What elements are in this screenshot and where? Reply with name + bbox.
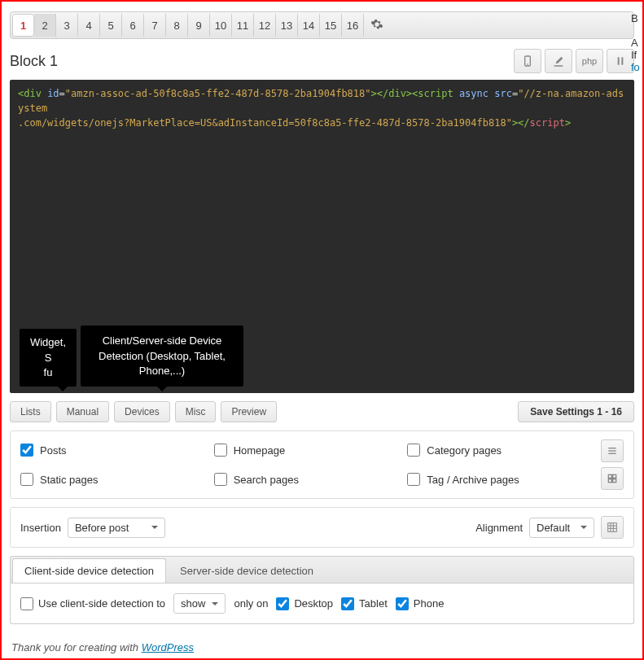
save-settings-button[interactable]: Save Settings 1 - 16 bbox=[518, 401, 634, 422]
block-tab-12[interactable]: 12 bbox=[254, 14, 276, 37]
use-client-detection-checkbox[interactable]: Use client-side detection to bbox=[20, 597, 165, 610]
block-tab-4[interactable]: 4 bbox=[78, 14, 100, 37]
block-tab-13[interactable]: 13 bbox=[276, 14, 298, 37]
insertion-select[interactable]: Before post bbox=[68, 518, 165, 538]
tools-button[interactable] bbox=[545, 49, 572, 73]
preview-button[interactable]: Preview bbox=[221, 401, 277, 422]
block-tab-5[interactable]: 5 bbox=[100, 14, 122, 37]
only-on-label: only on bbox=[234, 597, 268, 610]
block-tab-7[interactable]: 7 bbox=[144, 14, 166, 37]
alignment-preview-icon[interactable] bbox=[601, 516, 624, 539]
misc-button[interactable]: Misc bbox=[175, 401, 217, 422]
server-detection-tab[interactable]: Server-side device detection bbox=[168, 558, 326, 583]
detection-tabs: Client-side device detection Server-side… bbox=[10, 556, 634, 584]
static-pages-checkbox[interactable]: Static pages bbox=[20, 473, 198, 486]
block-tab-2[interactable]: 2 bbox=[34, 14, 56, 37]
settings-gear-icon[interactable] bbox=[364, 18, 390, 33]
wordpress-link[interactable]: WordPress bbox=[142, 641, 194, 653]
svg-rect-11 bbox=[608, 523, 617, 532]
insertion-label: Insertion bbox=[20, 522, 61, 534]
block-tab-9[interactable]: 9 bbox=[188, 14, 210, 37]
alignment-select[interactable]: Default bbox=[529, 518, 594, 538]
svg-rect-2 bbox=[618, 57, 620, 64]
devices-tooltip: Client/Server-side Device Detection (Des… bbox=[81, 326, 243, 387]
block-title: Block 1 bbox=[10, 53, 58, 70]
desktop-checkbox[interactable]: Desktop bbox=[276, 597, 333, 610]
svg-rect-8 bbox=[613, 474, 616, 478]
manual-tooltip: Widget, Sfu bbox=[20, 329, 77, 387]
footer-credit: Thank you for creating with WordPress bbox=[11, 641, 194, 653]
svg-rect-10 bbox=[613, 479, 616, 483]
grid-view-icon[interactable] bbox=[601, 467, 624, 490]
block-tab-3[interactable]: 3 bbox=[56, 14, 78, 37]
cutoff-side-text: B A If fo bbox=[628, 12, 644, 73]
block-tab-11[interactable]: 11 bbox=[232, 14, 254, 37]
tablet-checkbox[interactable]: Tablet bbox=[341, 597, 388, 610]
client-detection-tab[interactable]: Client-side device detection bbox=[12, 558, 166, 583]
php-button[interactable]: php bbox=[576, 49, 603, 73]
search-pages-checkbox[interactable]: Search pages bbox=[214, 473, 392, 486]
phone-checkbox[interactable]: Phone bbox=[396, 597, 445, 610]
devices-button[interactable]: Devices bbox=[114, 401, 170, 422]
detection-action-select[interactable]: show bbox=[173, 593, 226, 614]
tag-archive-checkbox[interactable]: Tag / Archive pages bbox=[407, 473, 585, 486]
device-preview-button[interactable] bbox=[514, 49, 541, 73]
block-tab-6[interactable]: 6 bbox=[122, 14, 144, 37]
svg-rect-3 bbox=[621, 57, 623, 64]
block-tab-14[interactable]: 14 bbox=[298, 14, 320, 37]
block-tabs: 1 2 3 4 5 6 7 8 9 10 11 12 13 14 15 16 bbox=[10, 11, 634, 39]
svg-rect-9 bbox=[608, 479, 611, 483]
lists-button[interactable]: Lists bbox=[10, 401, 51, 422]
block-tab-1[interactable]: 1 bbox=[12, 14, 34, 37]
posts-checkbox[interactable]: Posts bbox=[20, 444, 198, 457]
block-tab-8[interactable]: 8 bbox=[166, 14, 188, 37]
category-checkbox[interactable]: Category pages bbox=[407, 444, 585, 457]
list-view-icon[interactable] bbox=[601, 439, 624, 462]
block-tab-15[interactable]: 15 bbox=[320, 14, 342, 37]
alignment-label: Alignment bbox=[475, 522, 523, 534]
homepage-checkbox[interactable]: Homepage bbox=[214, 444, 392, 457]
block-tab-16[interactable]: 16 bbox=[342, 14, 364, 37]
svg-rect-7 bbox=[608, 474, 611, 478]
block-tab-10[interactable]: 10 bbox=[210, 14, 232, 37]
manual-button[interactable]: Manual bbox=[56, 401, 109, 422]
